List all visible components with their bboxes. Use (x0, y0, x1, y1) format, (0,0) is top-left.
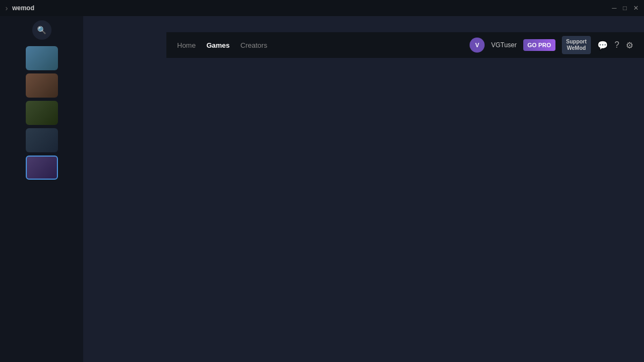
app-logo: wemod (12, 4, 34, 12)
user-avatar: V (470, 38, 485, 53)
username: VGTuser (491, 41, 517, 49)
sidebar-thumb-4[interactable] (26, 128, 58, 152)
minimize-button[interactable]: ─ (612, 4, 617, 12)
sidebar-thumb-5[interactable] (26, 156, 58, 180)
discord-icon[interactable]: 💬 (597, 40, 608, 50)
titlebar: › wemod ─ □ ✕ (0, 0, 644, 16)
nav-home[interactable]: Home (177, 39, 196, 51)
nav-games[interactable]: Games (207, 39, 230, 51)
sidebar-thumb-1[interactable] (26, 46, 58, 70)
support-button[interactable]: SupportWeMod (562, 36, 591, 54)
topnav: Home Games Creators V VGTuser GO PRO Sup… (166, 32, 644, 58)
sidebar-thumb-2[interactable] (26, 73, 58, 98)
settings-icon[interactable]: ⚙ (626, 40, 633, 50)
search-button[interactable]: 🔍 (32, 20, 52, 40)
titlebar-left: › wemod (5, 4, 34, 12)
sidebar-thumb-3[interactable] (26, 101, 58, 125)
app-layout: 🔍 Home Games Creators V VGTuser GO PRO S… (0, 16, 644, 362)
nav-right: V VGTuser GO PRO SupportWeMod 💬 ? ⚙ (470, 36, 633, 54)
window-controls: ─ □ ✕ (612, 4, 639, 12)
maximize-button[interactable]: □ (623, 4, 627, 12)
help-icon[interactable]: ? (614, 40, 619, 50)
gopro-button[interactable]: GO PRO (523, 39, 555, 51)
close-button[interactable]: ✕ (633, 4, 639, 12)
search-icon: 🔍 (37, 26, 46, 34)
expand-icon[interactable]: › (5, 4, 8, 12)
main-area: Home Games Creators V VGTuser GO PRO Sup… (83, 16, 644, 362)
sidebar: 🔍 (0, 16, 83, 362)
nav-creators[interactable]: Creators (240, 39, 267, 51)
